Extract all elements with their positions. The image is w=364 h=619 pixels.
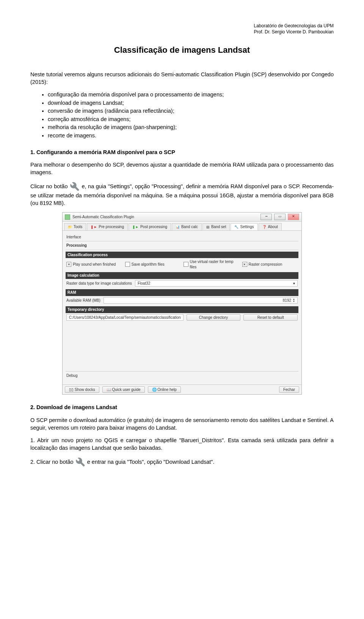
intro-paragraph: Neste tutorial veremos alguns recursos a… bbox=[30, 71, 334, 86]
lbl-raster-dtype: Raster data type for image calculations bbox=[66, 281, 132, 286]
list-item: download de imagens Landsat; bbox=[48, 99, 334, 107]
p3-pre: 2. Clicar no botão bbox=[30, 459, 75, 465]
list-item: melhoria da resolução de imagens (pan-sh… bbox=[48, 124, 334, 131]
lbl-available-ram: Available RAM (MB) bbox=[66, 298, 100, 303]
wrench-icon bbox=[75, 457, 86, 468]
dropdown-raster-dtype[interactable]: Float32 ▾ bbox=[135, 280, 298, 287]
btn-online-help[interactable]: 🌐 Online help bbox=[148, 386, 181, 393]
section2-p3: 2. Clicar no botão e entrar na guia "Too… bbox=[30, 457, 334, 468]
list-item: configuração da memória disponível para … bbox=[48, 91, 334, 99]
lbl-rastercomp: Raster compression bbox=[249, 262, 282, 267]
chevron-down-icon: ▾ bbox=[293, 281, 295, 286]
tab-settings[interactable]: 🔧Settings bbox=[231, 223, 257, 230]
page-title: Classificação de imagens Landsat bbox=[30, 44, 334, 56]
spin-down-icon[interactable]: ▼ bbox=[293, 300, 295, 302]
cb-virtraster[interactable] bbox=[184, 262, 188, 267]
btn-change-directory[interactable]: Change directory bbox=[187, 314, 241, 321]
p2-pre: Clicar no botão bbox=[30, 183, 69, 189]
cb-savealg[interactable] bbox=[125, 262, 130, 267]
scp-window: Semi-Automatic Classification Plugin ━ ▭… bbox=[62, 212, 302, 395]
section1-p1: Para melhorar o desempenho do SCP, devem… bbox=[30, 161, 334, 176]
gear-icon: 🔧 bbox=[234, 225, 238, 229]
wrench-icon bbox=[69, 181, 80, 192]
section1-title: 1. Configurando a memória RAM disponível… bbox=[30, 149, 334, 156]
bar-ram: RAM bbox=[66, 289, 298, 296]
header-line2: Prof. Dr. Sergio Vicente D. Pamboukian bbox=[30, 29, 334, 35]
lbl-savealg: Save algorithm files bbox=[132, 262, 165, 267]
section1-p2: Clicar no botão e, na guia "Settings", o… bbox=[30, 181, 334, 207]
app-icon bbox=[65, 214, 70, 220]
tab-about[interactable]: ❓About bbox=[259, 223, 282, 230]
tab-bandcalc[interactable]: 📊Band calc bbox=[172, 223, 202, 230]
field-tempdir: C:/Users/108243/AppData/Local/Temp/semia… bbox=[66, 314, 184, 321]
minimize-button[interactable]: ━ bbox=[260, 214, 272, 220]
titlebar: Semi-Automatic Classification Plugin ━ ▭… bbox=[63, 213, 301, 222]
list-item: recorte de imagens. bbox=[48, 132, 334, 140]
tab-bandset[interactable]: ▤Band set bbox=[202, 223, 230, 230]
bar-tempdir: Temporary directory bbox=[66, 306, 298, 313]
section2-p1: O SCP permite o download automático (e g… bbox=[30, 417, 334, 432]
btn-fechar[interactable]: Fechar bbox=[279, 386, 299, 393]
tab-postprocessing[interactable]: ❚►Post processing bbox=[129, 223, 171, 230]
section2-p2: 1. Abrir um novo projeto no QGIS e carre… bbox=[30, 437, 334, 452]
cb-rastercomp[interactable]: ✕ bbox=[242, 262, 247, 267]
btn-reset-default[interactable]: Reset to default bbox=[243, 314, 298, 321]
btn-quick-guide[interactable]: 📖 Quick user guide bbox=[102, 386, 145, 393]
list-item: correção atmosférica de imagens; bbox=[48, 116, 334, 123]
bar-classification-process: Classification process bbox=[66, 252, 298, 258]
lbl-virtraster: Use virtual raster for temp files bbox=[190, 259, 239, 269]
feature-list: configuração da memória disponível para … bbox=[30, 91, 334, 139]
btn-show-docks[interactable]: ▯▯ Show docks bbox=[65, 386, 99, 393]
tab-preprocessing[interactable]: ❚►Pre processing bbox=[87, 223, 128, 230]
close-button[interactable]: ✕ bbox=[288, 214, 299, 220]
tab-tools[interactable]: 📁Tools bbox=[64, 223, 86, 230]
list-item: conversão de imagens (radiância para ref… bbox=[48, 107, 334, 115]
group-debug[interactable]: Debug bbox=[66, 371, 298, 380]
section2-title: 2. Download de imagens Landsat bbox=[30, 404, 334, 411]
lbl-playsound: Play sound when finished bbox=[73, 262, 116, 267]
group-processing[interactable]: Processing bbox=[66, 241, 298, 250]
cb-playsound[interactable]: ✕ bbox=[66, 262, 71, 267]
header-line1: Laboratório de Geotecnologias da UPM bbox=[30, 23, 334, 29]
window-title: Semi-Automatic Classification Plugin bbox=[72, 214, 134, 220]
maximize-button[interactable]: ▭ bbox=[274, 214, 286, 220]
tabs-row: 📁Tools ❚►Pre processing ❚►Post processin… bbox=[63, 222, 301, 231]
input-available-ram[interactable]: 8192 ▲ ▼ bbox=[104, 297, 298, 304]
group-interface[interactable]: Interface bbox=[66, 233, 298, 242]
p3-post: e entrar na guia "Tools", opção "Downloa… bbox=[87, 459, 215, 465]
bar-image-calculation: Image calculation bbox=[66, 272, 298, 279]
